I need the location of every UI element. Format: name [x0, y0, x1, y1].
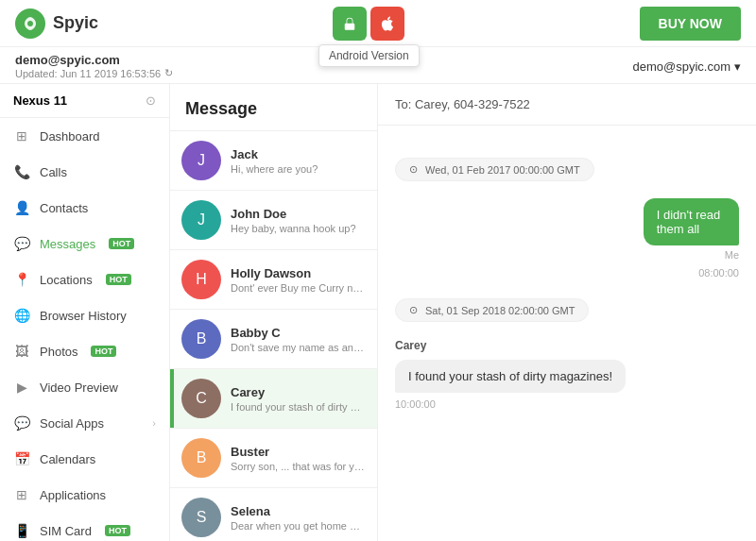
contact-info-babby-c: Babby C Don't save my name as anything..…	[231, 326, 366, 353]
contact-name-holly-dawson: Holly Dawson	[231, 266, 366, 280]
sidebar-label-photos: Photos	[40, 345, 77, 359]
dashboard-icon: ⊞	[13, 127, 30, 144]
sidebar-label-social-apps: Social Apps	[40, 416, 104, 431]
photos-icon: 🖼	[13, 343, 30, 360]
sidebar-item-left: ⊞ Dashboard	[13, 127, 100, 144]
sidebar-item-photos[interactable]: 🖼 Photos HOT	[0, 333, 169, 369]
message-list-panel: Message J Jack Hi, where are you? J John…	[170, 84, 378, 541]
sidebar-label-messages: Messages	[40, 237, 95, 251]
user-info: demo@spyic.com Updated: Jun 11 2019 16:5…	[15, 53, 173, 79]
sidebar-label-sim-card: SIM Card	[40, 524, 92, 538]
locations-icon: 📍	[13, 271, 30, 288]
sidebar-item-applications[interactable]: ⊞ Applications	[0, 477, 169, 513]
avatar-carey: C	[181, 379, 221, 418]
refresh-icon[interactable]: ↻	[164, 67, 173, 79]
contact-item-babby-c[interactable]: B Babby C Don't save my name as anything…	[170, 310, 377, 369]
chat-panel: To: Carey, 604-329-7522 ⊙ Wed, 01 Feb 20…	[378, 84, 756, 541]
sidebar-item-dashboard[interactable]: ⊞ Dashboard	[0, 118, 169, 154]
chat-body: ⊙ Wed, 01 Feb 2017 00:00:00 GMT I didn't…	[378, 126, 756, 541]
received-sender: Carey	[395, 339, 739, 352]
user-email: demo@spyic.com	[15, 53, 173, 67]
avatar-babby-c: B	[181, 319, 221, 359]
contact-name-selena: Selena	[231, 504, 366, 518]
sim-card-icon: 📱	[13, 522, 30, 539]
app-name: Spyic	[53, 13, 98, 33]
contact-name-babby-c: Babby C	[231, 326, 366, 340]
avatar-buster: B	[181, 438, 221, 478]
date-divider-1: ⊙ Wed, 01 Feb 2017 00:00:00 GMT	[395, 158, 594, 181]
sidebar-item-contacts[interactable]: 👤 Contacts	[0, 190, 169, 226]
sidebar-item-left: 💬 Social Apps	[13, 414, 104, 431]
sidebar-item-video-preview[interactable]: ▶ Video Preview	[0, 369, 169, 405]
contact-item-buster[interactable]: B Buster Sorry son, ... that was for you…	[170, 429, 377, 488]
contacts-icon: 👤	[13, 199, 30, 216]
contact-item-holly-dawson[interactable]: H Holly Dawson Dont' ever Buy me Curry n…	[170, 250, 377, 310]
update-time: Updated: Jun 11 2019 16:53:56 ↻	[15, 67, 173, 79]
sent-meta: Me	[725, 249, 739, 261]
contact-item-carey[interactable]: C Carey I found your stash of dirty maga…	[170, 369, 377, 429]
sidebar-item-left: ▶ Video Preview	[13, 379, 118, 396]
sidebar-label-browser-history: Browser History	[40, 309, 127, 323]
contact-name-carey: Carey	[231, 385, 366, 399]
sidebar-item-messages[interactable]: 💬 Messages HOT	[0, 226, 169, 262]
device-name: Nexus 11	[13, 93, 67, 108]
received-bubble: I found your stash of dirty magazines!	[395, 360, 626, 393]
sidebar-item-left: 📞 Calls	[13, 163, 67, 180]
sidebar-item-left: 💬 Messages HOT	[13, 235, 134, 252]
contact-info-selena: Selena Dear when you get home please...	[231, 504, 366, 532]
sent-bubble: I didn't read them all	[644, 198, 739, 245]
avatar-holly-dawson: H	[181, 260, 221, 299]
contact-name-buster: Buster	[231, 445, 366, 459]
logo-icon	[15, 8, 45, 39]
chevron-right-icon: ›	[152, 417, 156, 429]
account-selector[interactable]: demo@spyic.com ▾	[632, 59, 741, 74]
contact-preview-carey: I found your stash of dirty maga...	[231, 401, 366, 413]
device-dropdown-icon[interactable]: ⊙	[146, 93, 156, 108]
main-layout: Nexus 11 ⊙ ⊞ Dashboard 📞 Calls 👤 Contact…	[0, 84, 756, 541]
sidebar-item-browser-history[interactable]: 🌐 Browser History	[0, 297, 169, 333]
sidebar-item-sim-card[interactable]: 📱 SIM Card HOT	[0, 513, 169, 541]
contact-item-jack[interactable]: J Jack Hi, where are you?	[170, 131, 377, 191]
chevron-down-icon: ▾	[734, 59, 741, 74]
received-message-row: I found your stash of dirty magazines!	[395, 360, 739, 393]
received-time: 10:00:00	[395, 398, 436, 410]
hot-badge: HOT	[105, 525, 130, 536]
contact-name-jack: Jack	[231, 147, 366, 161]
contact-info-carey: Carey I found your stash of dirty maga..…	[231, 385, 366, 413]
contact-preview-john-doe: Hey baby, wanna hook up?	[231, 223, 366, 234]
social-apps-icon: 💬	[13, 414, 30, 431]
sidebar-item-left: 👤 Contacts	[13, 199, 88, 216]
sidebar-item-calendars[interactable]: 📅 Calendars	[0, 441, 169, 477]
chat-to-label: To: Carey, 604-329-7522	[395, 97, 530, 111]
contact-preview-buster: Sorry son, ... that was for your d...	[231, 461, 366, 472]
avatar-selena: S	[181, 498, 221, 537]
hot-badge: HOT	[91, 346, 116, 357]
sidebar-item-left: 📅 Calendars	[13, 450, 95, 467]
calls-icon: 📞	[13, 163, 30, 180]
sidebar-item-left: ⊞ Applications	[13, 486, 106, 503]
sidebar-item-social-apps[interactable]: 💬 Social Apps ›	[0, 405, 169, 441]
sidebar-label-calls: Calls	[40, 165, 67, 179]
browser-history-icon: 🌐	[13, 307, 30, 324]
apple-tab[interactable]	[370, 7, 404, 41]
platform-tabs	[333, 7, 404, 41]
contact-item-selena[interactable]: S Selena Dear when you get home please..…	[170, 488, 377, 541]
contact-preview-babby-c: Don't save my name as anything...	[231, 342, 366, 353]
calendars-icon: 📅	[13, 450, 30, 467]
buy-now-button[interactable]: BUY NOW	[640, 7, 741, 41]
contact-item-john-doe[interactable]: J John Doe Hey baby, wanna hook up?	[170, 191, 377, 250]
contact-name-john-doe: John Doe	[231, 207, 366, 221]
sidebar-item-locations[interactable]: 📍 Locations HOT	[0, 262, 169, 297]
sidebar-label-applications: Applications	[40, 488, 106, 502]
video-preview-icon: ▶	[13, 379, 30, 396]
device-row: Nexus 11 ⊙	[0, 84, 169, 118]
sidebar-item-calls[interactable]: 📞 Calls	[0, 154, 169, 190]
messages-icon: 💬	[13, 235, 30, 252]
sidebar-item-left: 🌐 Browser History	[13, 307, 127, 324]
contact-preview-jack: Hi, where are you?	[231, 163, 366, 175]
sidebar: Nexus 11 ⊙ ⊞ Dashboard 📞 Calls 👤 Contact…	[0, 84, 170, 541]
android-tab[interactable]	[333, 7, 367, 41]
applications-icon: ⊞	[13, 486, 30, 503]
logo: Spyic	[15, 8, 98, 39]
sidebar-label-dashboard: Dashboard	[40, 129, 100, 144]
